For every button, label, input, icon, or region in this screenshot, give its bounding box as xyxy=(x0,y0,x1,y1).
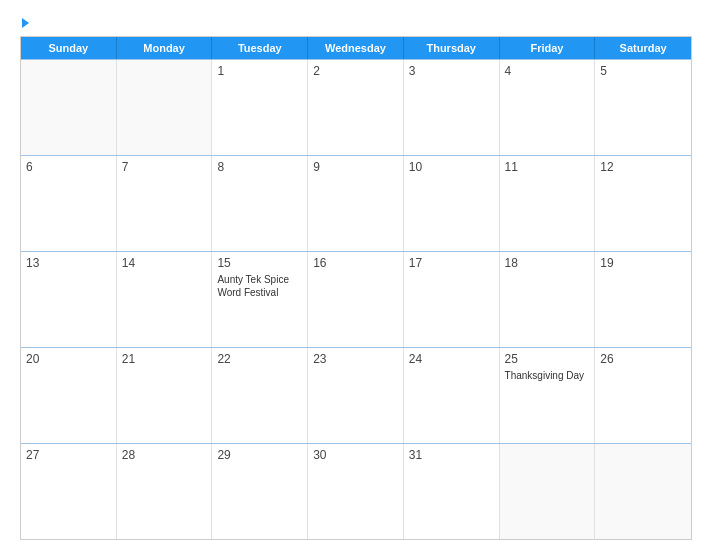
header xyxy=(20,18,692,28)
day-number: 16 xyxy=(313,256,398,270)
calendar-cell: 27 xyxy=(21,444,117,539)
day-number: 12 xyxy=(600,160,686,174)
day-number: 20 xyxy=(26,352,111,366)
day-number: 29 xyxy=(217,448,302,462)
calendar-cell: 6 xyxy=(21,156,117,251)
calendar-week: 6789101112 xyxy=(21,155,691,251)
calendar-cell: 28 xyxy=(117,444,213,539)
logo-triangle-icon xyxy=(22,18,29,28)
day-number: 18 xyxy=(505,256,590,270)
calendar-cell: 4 xyxy=(500,60,596,155)
calendar-cell: 30 xyxy=(308,444,404,539)
day-number: 11 xyxy=(505,160,590,174)
day-number: 27 xyxy=(26,448,111,462)
day-number: 14 xyxy=(122,256,207,270)
day-number: 7 xyxy=(122,160,207,174)
calendar-cell xyxy=(117,60,213,155)
day-number: 3 xyxy=(409,64,494,78)
day-number: 15 xyxy=(217,256,302,270)
calendar-cell: 12 xyxy=(595,156,691,251)
calendar-cell: 9 xyxy=(308,156,404,251)
calendar-header-cell: Saturday xyxy=(595,37,691,59)
calendar-week: 131415Aunty Tek Spice Word Festival16171… xyxy=(21,251,691,347)
calendar-cell: 7 xyxy=(117,156,213,251)
calendar-cell: 15Aunty Tek Spice Word Festival xyxy=(212,252,308,347)
calendar-cell: 31 xyxy=(404,444,500,539)
calendar-header-row: SundayMondayTuesdayWednesdayThursdayFrid… xyxy=(21,37,691,59)
calendar-week: 2728293031 xyxy=(21,443,691,539)
logo xyxy=(20,18,29,28)
day-number: 6 xyxy=(26,160,111,174)
calendar-header-cell: Tuesday xyxy=(212,37,308,59)
day-number: 26 xyxy=(600,352,686,366)
day-number: 19 xyxy=(600,256,686,270)
calendar-cell: 8 xyxy=(212,156,308,251)
day-number: 17 xyxy=(409,256,494,270)
calendar-cell: 25Thanksgiving Day xyxy=(500,348,596,443)
calendar-cell: 2 xyxy=(308,60,404,155)
logo-blue-text xyxy=(20,18,29,28)
calendar-header-cell: Thursday xyxy=(404,37,500,59)
day-number: 8 xyxy=(217,160,302,174)
calendar-cell: 16 xyxy=(308,252,404,347)
calendar-cell: 18 xyxy=(500,252,596,347)
day-number: 21 xyxy=(122,352,207,366)
calendar-cell: 22 xyxy=(212,348,308,443)
calendar-week: 202122232425Thanksgiving Day26 xyxy=(21,347,691,443)
calendar-cell: 11 xyxy=(500,156,596,251)
day-number: 9 xyxy=(313,160,398,174)
calendar-cell: 10 xyxy=(404,156,500,251)
calendar-page: SundayMondayTuesdayWednesdayThursdayFrid… xyxy=(0,0,712,550)
calendar-cell: 1 xyxy=(212,60,308,155)
calendar-cell xyxy=(21,60,117,155)
day-number: 30 xyxy=(313,448,398,462)
calendar-cell: 14 xyxy=(117,252,213,347)
day-number: 1 xyxy=(217,64,302,78)
calendar-cell: 17 xyxy=(404,252,500,347)
calendar: SundayMondayTuesdayWednesdayThursdayFrid… xyxy=(20,36,692,540)
calendar-cell: 23 xyxy=(308,348,404,443)
calendar-cell: 26 xyxy=(595,348,691,443)
calendar-cell: 20 xyxy=(21,348,117,443)
calendar-cell: 3 xyxy=(404,60,500,155)
day-number: 25 xyxy=(505,352,590,366)
calendar-week: 12345 xyxy=(21,59,691,155)
calendar-cell: 13 xyxy=(21,252,117,347)
day-number: 5 xyxy=(600,64,686,78)
calendar-header-cell: Wednesday xyxy=(308,37,404,59)
day-number: 23 xyxy=(313,352,398,366)
calendar-body: 123456789101112131415Aunty Tek Spice Wor… xyxy=(21,59,691,539)
day-number: 10 xyxy=(409,160,494,174)
calendar-cell xyxy=(595,444,691,539)
day-number: 13 xyxy=(26,256,111,270)
day-number: 4 xyxy=(505,64,590,78)
calendar-cell: 21 xyxy=(117,348,213,443)
calendar-cell: 24 xyxy=(404,348,500,443)
event-label: Aunty Tek Spice Word Festival xyxy=(217,273,302,299)
calendar-cell: 5 xyxy=(595,60,691,155)
calendar-cell xyxy=(500,444,596,539)
calendar-cell: 29 xyxy=(212,444,308,539)
day-number: 24 xyxy=(409,352,494,366)
day-number: 22 xyxy=(217,352,302,366)
calendar-cell: 19 xyxy=(595,252,691,347)
calendar-header-cell: Friday xyxy=(500,37,596,59)
day-number: 28 xyxy=(122,448,207,462)
day-number: 31 xyxy=(409,448,494,462)
event-label: Thanksgiving Day xyxy=(505,369,590,382)
calendar-header-cell: Monday xyxy=(117,37,213,59)
day-number: 2 xyxy=(313,64,398,78)
calendar-header-cell: Sunday xyxy=(21,37,117,59)
